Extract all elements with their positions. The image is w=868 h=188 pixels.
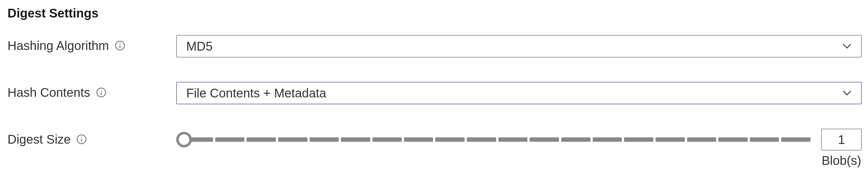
label-hashing-algorithm: Hashing Algorithm — [7, 35, 176, 53]
digest-size-slider[interactable] — [176, 132, 810, 148]
digest-size-readout: 1 Blob(s) — [821, 129, 862, 168]
chevron-down-icon — [842, 41, 852, 52]
slider-tick — [278, 137, 307, 142]
row-digest-size: Digest Size 1 Blob(s) — [7, 129, 862, 168]
slider-tick — [561, 137, 591, 142]
slider-tick — [341, 137, 370, 142]
row-hash-contents: Hash Contents File Contents + Metadata — [7, 82, 862, 104]
slider-thumb[interactable] — [176, 132, 192, 148]
label-text: Hashing Algorithm — [7, 38, 109, 53]
svg-point-7 — [81, 137, 82, 138]
digest-size-unit: Blob(s) — [822, 154, 862, 168]
slider-tick — [687, 137, 716, 142]
label-text: Digest Size — [7, 132, 71, 147]
label-text: Hash Contents — [7, 85, 90, 100]
slider-tick — [624, 137, 653, 142]
slider-tick — [718, 137, 748, 142]
slider-tick — [310, 137, 339, 142]
info-icon[interactable] — [76, 134, 87, 145]
hash-contents-select[interactable]: File Contents + Metadata — [176, 82, 862, 104]
slider-tick — [655, 137, 685, 142]
info-icon[interactable] — [96, 87, 106, 98]
chevron-down-icon — [842, 88, 852, 98]
slider-tick — [750, 137, 779, 142]
slider-tick — [372, 137, 402, 142]
svg-point-1 — [119, 43, 120, 44]
row-hashing-algorithm: Hashing Algorithm MD5 — [7, 35, 862, 58]
info-icon[interactable] — [115, 40, 125, 51]
hashing-algorithm-select[interactable]: MD5 — [176, 35, 862, 58]
slider-tick — [593, 137, 622, 142]
digest-size-control: 1 Blob(s) — [176, 129, 862, 168]
slider-tick — [467, 137, 496, 142]
slider-track — [184, 137, 810, 142]
slider-tick — [247, 137, 276, 142]
slider-tick — [530, 137, 559, 142]
slider-tick — [215, 137, 245, 142]
slider-tick — [404, 137, 433, 142]
digest-size-value-box[interactable]: 1 — [821, 129, 862, 151]
select-value: File Contents + Metadata — [186, 86, 326, 100]
svg-point-4 — [101, 90, 101, 91]
label-digest-size: Digest Size — [7, 129, 176, 147]
slider-tick — [498, 137, 528, 142]
slider-tick — [435, 137, 465, 142]
section-title: Digest Settings — [7, 6, 862, 21]
label-hash-contents: Hash Contents — [7, 82, 176, 100]
select-value: MD5 — [186, 39, 213, 54]
slider-tick — [781, 137, 810, 142]
